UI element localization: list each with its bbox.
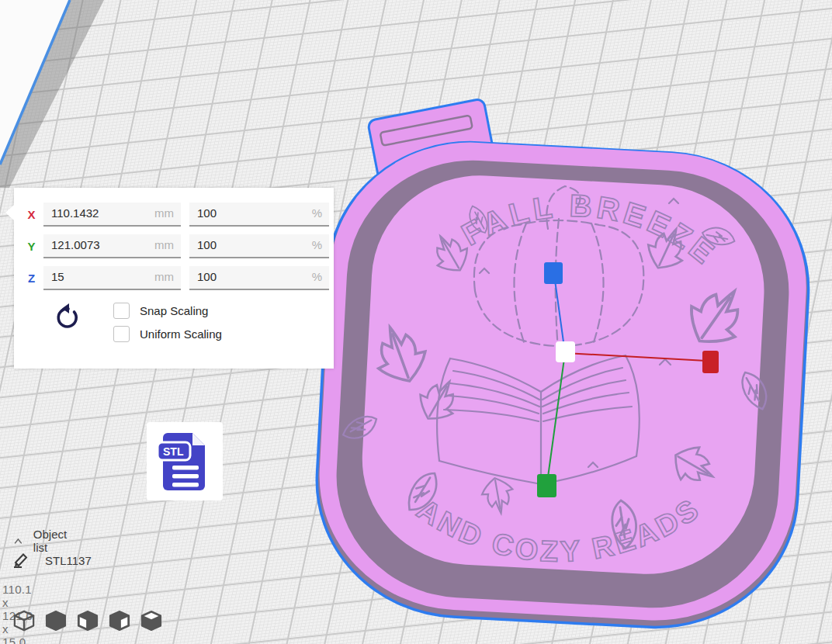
scale-tool-panel: X mm % Y mm % Z mm % [14,188,334,369]
uniform-scaling-label: Uniform Scaling [140,327,222,341]
reset-rotate-icon [50,303,80,334]
stl-badge-text: STL [163,445,184,458]
object-name: STL1137 [45,554,92,567]
scale-y-percent-field[interactable]: % [189,234,329,258]
axis-label-y: Y [26,240,37,253]
scale-handle-z[interactable] [544,262,563,284]
scale-z-percent-field[interactable]: % [189,266,329,290]
stl-file-icon: STL [157,431,213,492]
scale-x-percent-input[interactable] [189,203,329,223]
chevron-up-icon [14,537,23,545]
reset-scale-button[interactable] [50,303,80,334]
scale-x-mm-field[interactable]: mm [43,203,181,227]
view-toolbar [12,610,163,632]
edit-pencil-icon [12,552,29,568]
view-cube-wireframe-icon[interactable] [12,610,36,632]
view-cube-front-icon[interactable] [76,610,99,632]
scale-z-percent-input[interactable] [189,266,329,287]
view-cube-side-icon[interactable] [108,610,131,632]
uniform-scaling-checkbox[interactable] [113,326,130,342]
snap-scaling-label: Snap Scaling [140,304,208,317]
axis-label-x: X [26,208,37,221]
axis-label-z: Z [26,272,37,285]
object-list-toggle[interactable]: Object list [14,528,70,554]
object-list-item[interactable]: STL1137 [12,552,92,568]
snap-scaling-row: Snap Scaling [113,303,222,319]
scale-handle-y[interactable] [537,474,556,497]
stl-file-card[interactable]: STL [147,422,223,500]
scale-handle-center[interactable] [556,341,575,362]
scale-z-mm-input[interactable] [43,266,181,287]
scale-y-mm-field[interactable]: mm [43,234,181,258]
view-cube-solid-icon[interactable] [44,610,68,632]
scale-row-y: Y mm % [26,234,334,258]
scale-x-percent-field[interactable]: % [189,203,329,227]
uniform-scaling-row: Uniform Scaling [113,326,222,342]
scale-y-mm-input[interactable] [43,234,181,255]
scale-row-x: X mm % [26,203,334,227]
scale-z-mm-field[interactable]: mm [43,266,181,290]
scale-handle-x[interactable] [702,351,719,373]
scale-row-z: Z mm % [26,266,334,290]
view-cube-top-icon[interactable] [140,610,163,632]
scale-x-mm-input[interactable] [43,203,181,223]
scale-y-percent-input[interactable] [189,234,329,255]
snap-scaling-checkbox[interactable] [113,303,130,319]
object-list-header: Object list [33,528,71,554]
